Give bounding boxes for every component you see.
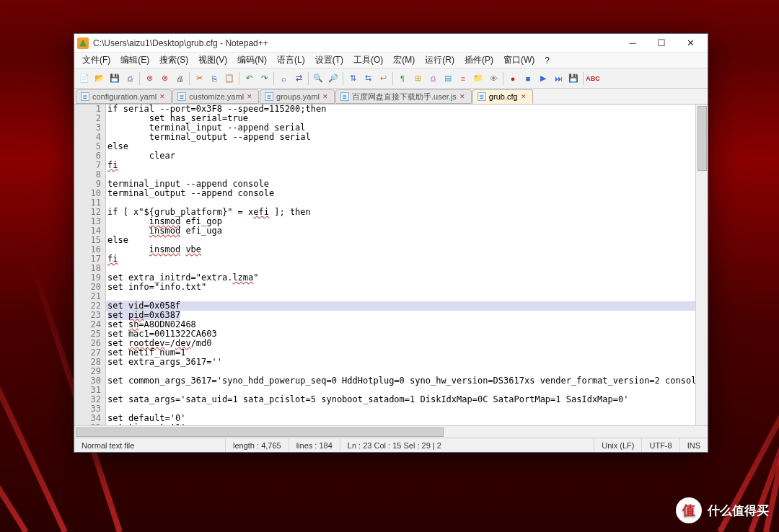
new-file-icon[interactable]: 📄 xyxy=(77,71,92,86)
wrap-icon[interactable]: ↩ xyxy=(376,71,390,86)
code-line[interactable] xyxy=(106,292,708,301)
code-text[interactable]: if serial --port=0x3F8 --speed=115200;th… xyxy=(106,105,708,425)
tab-label: groups.yaml xyxy=(276,92,320,101)
zoom-in-icon[interactable]: 🔍 xyxy=(311,71,325,86)
play-macro-icon[interactable]: ▶ xyxy=(536,71,550,86)
print-icon[interactable]: 🖨 xyxy=(172,71,187,86)
menu-item[interactable]: 工具(O) xyxy=(348,53,388,68)
menu-item[interactable]: 宏(M) xyxy=(388,53,420,68)
monitor-icon[interactable]: 👁 xyxy=(486,71,501,86)
code-line[interactable]: set common_args_3617='syno_hdd_powerup_s… xyxy=(106,376,708,386)
tab-close-icon[interactable]: ✕ xyxy=(459,93,467,100)
cut-icon[interactable]: ✂ xyxy=(192,71,206,86)
status-lines: lines : 184 xyxy=(289,438,340,452)
horizontal-scrollbar[interactable] xyxy=(74,425,708,438)
code-line[interactable]: set timeout='1' xyxy=(106,423,708,425)
vertical-scrollbar[interactable] xyxy=(695,105,708,425)
menu-item[interactable]: 语言(L) xyxy=(272,53,310,68)
file-icon: ≡ xyxy=(477,92,486,101)
sync-h-icon[interactable]: ⇆ xyxy=(361,71,375,86)
code-line[interactable]: insmod vbe xyxy=(106,245,708,254)
open-file-icon[interactable]: 📂 xyxy=(92,71,107,86)
lang-udl-icon[interactable]: ⎙ xyxy=(426,71,440,86)
tab[interactable]: ≡百度网盘直接下载助手.user.js✕ xyxy=(335,89,472,104)
notepadpp-window: C:\Users\aizu1\Desktop\grub.cfg - Notepa… xyxy=(74,33,708,453)
menu-item[interactable]: 设置(T) xyxy=(310,53,348,68)
tab-close-icon[interactable]: ✕ xyxy=(322,93,330,100)
file-icon: ≡ xyxy=(340,92,349,101)
menu-item[interactable]: 运行(R) xyxy=(420,53,459,68)
minimize-button[interactable]: ─ xyxy=(618,35,647,51)
show-all-chars-icon[interactable]: ¶ xyxy=(395,71,410,86)
code-line[interactable]: terminal_output --append console xyxy=(106,189,708,198)
code-line[interactable]: fi xyxy=(106,161,708,170)
code-line[interactable]: set rootdev=/dev/md0 xyxy=(106,339,708,348)
menubar: 文件(F)编辑(E)搜索(S)视图(V)编码(N)语言(L)设置(T)工具(O)… xyxy=(74,53,708,68)
menu-item[interactable]: 插件(P) xyxy=(459,53,498,68)
tab-label: customize.yaml xyxy=(189,92,244,101)
copy-icon[interactable]: ⎘ xyxy=(207,71,221,86)
find-icon[interactable]: ⌕ xyxy=(276,71,291,86)
status-eol: Unix (LF) xyxy=(594,438,642,452)
menu-item[interactable]: 编码(N) xyxy=(232,53,272,68)
save-all-icon[interactable]: ⎙ xyxy=(123,71,137,86)
menu-item[interactable]: ? xyxy=(540,54,555,67)
save-icon[interactable]: 💾 xyxy=(107,71,122,86)
code-line[interactable]: insmod efi_uga xyxy=(106,226,708,236)
close-all-icon[interactable]: ⊗ xyxy=(157,71,172,86)
status-length: length : 4,765 xyxy=(226,438,289,452)
window-title: C:\Users\aizu1\Desktop\grub.cfg - Notepa… xyxy=(93,38,618,48)
save-macro-icon[interactable]: 💾 xyxy=(566,71,581,86)
editor-area[interactable]: 1234567891011121314151617181920212223242… xyxy=(74,105,708,425)
menu-item[interactable]: 窗口(W) xyxy=(498,53,540,68)
app-icon xyxy=(77,37,89,49)
spellcheck-icon[interactable]: ABC xyxy=(586,71,600,86)
status-ins: INS xyxy=(680,438,708,452)
desktop-background: C:\Users\aizu1\Desktop\grub.cfg - Notepa… xyxy=(0,0,779,532)
line-gutter: 1234567891011121314151617181920212223242… xyxy=(74,105,106,425)
code-line[interactable] xyxy=(106,404,708,414)
code-line[interactable]: set info="info.txt" xyxy=(106,283,708,292)
tab-close-icon[interactable]: ✕ xyxy=(159,93,167,100)
code-line[interactable]: fi xyxy=(106,254,708,264)
tab[interactable]: ≡customize.yaml✕ xyxy=(172,89,259,104)
tab[interactable]: ≡grub.cfg✕ xyxy=(472,89,533,104)
code-line[interactable]: set extra_args_3617='' xyxy=(106,358,708,367)
code-line[interactable]: set pid=0x6387 xyxy=(106,311,708,320)
code-line[interactable]: terminal_output --append serial xyxy=(106,133,708,142)
close-button[interactable]: ✕ xyxy=(676,35,705,51)
statusbar: Normal text file length : 4,765 lines : … xyxy=(74,438,708,452)
tab[interactable]: ≡groups.yaml✕ xyxy=(260,89,335,104)
menu-item[interactable]: 视图(V) xyxy=(193,53,232,68)
code-line[interactable]: else xyxy=(106,142,708,151)
folder-workspace-icon[interactable]: 📁 xyxy=(471,71,485,86)
watermark: 值 什么值得买 xyxy=(676,497,769,523)
tab-close-icon[interactable]: ✕ xyxy=(247,93,254,100)
status-lang: Normal text file xyxy=(74,438,226,452)
tab[interactable]: ≡configuration.yaml✕ xyxy=(76,89,172,104)
redo-icon[interactable]: ↷ xyxy=(257,71,271,86)
play-multi-icon[interactable]: ⏭ xyxy=(551,71,565,86)
func-list-icon[interactable]: ≡ xyxy=(456,71,470,86)
stop-macro-icon[interactable]: ■ xyxy=(521,71,535,86)
indent-guide-icon[interactable]: ⊞ xyxy=(410,71,425,86)
code-line[interactable]: set sata_args='sata_uid=1 sata_pcislot=5… xyxy=(106,395,708,404)
paste-icon[interactable]: 📋 xyxy=(222,71,237,86)
code-line[interactable]: set vid=0x058f xyxy=(106,301,708,311)
code-line[interactable]: set default='0' xyxy=(106,414,708,423)
doc-map-icon[interactable]: ▤ xyxy=(441,71,455,86)
close-file-icon[interactable]: ⊗ xyxy=(142,71,157,86)
tab-close-icon[interactable]: ✕ xyxy=(521,93,528,100)
sync-v-icon[interactable]: ⇅ xyxy=(346,71,360,86)
code-line[interactable]: clear xyxy=(106,151,708,161)
menu-item[interactable]: 文件(F) xyxy=(77,53,115,68)
undo-icon[interactable]: ↶ xyxy=(242,71,256,86)
record-macro-icon[interactable]: ● xyxy=(506,71,520,86)
zoom-out-icon[interactable]: 🔎 xyxy=(326,71,340,86)
maximize-button[interactable]: ☐ xyxy=(647,35,676,51)
watermark-logo-icon: 值 xyxy=(676,497,702,523)
replace-icon[interactable]: ⇄ xyxy=(291,71,306,86)
menu-item[interactable]: 搜索(S) xyxy=(154,53,193,68)
menu-item[interactable]: 编辑(E) xyxy=(115,53,154,68)
titlebar[interactable]: C:\Users\aizu1\Desktop\grub.cfg - Notepa… xyxy=(74,34,708,53)
